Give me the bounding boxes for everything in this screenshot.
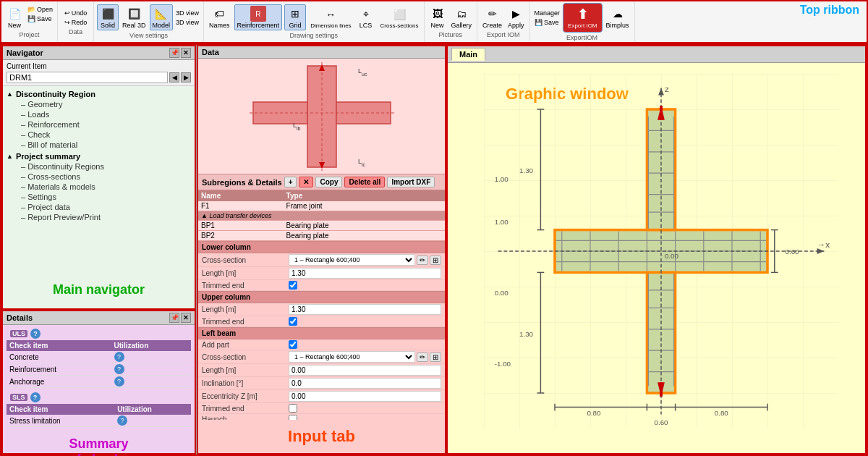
cs-left-select[interactable]: 1 – Rectangle 600;400 [289,351,415,363]
sls-section: SLS ? [7,391,191,404]
graphic-panel-header: Main [448,46,865,63]
toolbar-btn-import-dxf[interactable]: Import DXF [387,177,435,187]
details-pin-btn[interactable]: 📌 [169,313,179,323]
ribbon-btn-lcs[interactable]: ⌖ LCS [356,5,376,30]
ribbon-btn-names[interactable]: 🏷 Names [207,5,232,30]
trimmed-upper-checkbox[interactable] [289,317,297,326]
length-upper-input[interactable] [289,304,441,315]
ribbon-btn-apply[interactable]: ▶ Apply [506,5,527,30]
ribbon-label-pictures: Pictures [439,31,463,38]
nav-section-discontinuity-header[interactable]: ▲ Discontinuity Region [7,89,191,99]
ribbon-btn-create[interactable]: ✏ Create [480,5,504,30]
tab-main[interactable]: Main [451,48,485,61]
haunch-left-checkbox[interactable] [289,415,297,420]
toolbar-btn-copy[interactable]: Copy [315,177,342,187]
svg-text:0.80: 0.80 [715,409,729,417]
navigator-pin-btn[interactable]: 📌 [169,48,179,58]
ribbon-btn-bimplus[interactable]: ☁ Bimplus [604,5,631,30]
trimmed-left-label: Trimmed end [202,405,289,413]
ribbon-btn-export-iom[interactable]: ⬆ Export IOM [563,3,602,33]
ribbon-btn-3dview2[interactable]: 3D view [174,18,200,27]
cross-section-more[interactable]: ⊞ [430,256,441,265]
uls-info-btn[interactable]: ? [30,329,41,339]
nav-item-settings[interactable]: – Settings [7,192,191,202]
table-row: Reinforcement ? [7,363,191,376]
cs-left-more[interactable]: ⊞ [430,352,441,362]
ribbon-btn-gallery[interactable]: 🗂 Gallery [449,5,475,30]
sls-info-btn[interactable]: ? [30,392,41,402]
reinf-info[interactable]: ? [114,364,124,374]
ribbon-btn-undo[interactable]: ↩ Undo [63,9,89,17]
nav-item-geometry[interactable]: – Geometry [7,99,191,109]
row-f1-name: F1 [198,201,284,211]
cross-section-label: Cross-section [202,256,289,264]
ribbon-btn-solid[interactable]: ⬛ Solid [97,4,119,30]
ribbon-btn-new-pic[interactable]: 🖼 New [427,5,448,30]
trimmed-lower-label: Trimmed end [202,282,289,290]
uls-reinforcement-util: ? [111,363,191,376]
ribbon-btn-new[interactable]: 📄 New [4,5,25,30]
nav-item-cross-sections[interactable]: – Cross-sections [7,172,191,182]
trimmed-lower-checkbox[interactable] [289,281,297,290]
svg-text:0.80: 0.80 [587,409,601,417]
concrete-info[interactable]: ? [114,352,124,362]
table-row[interactable]: BP1 Bearing plate [198,221,445,231]
svg-text:1.00: 1.00 [495,218,509,226]
ecc-left-input[interactable] [289,391,441,402]
incl-left-input[interactable] [289,378,441,389]
nav-item-report[interactable]: – Report Preview/Print [7,212,191,222]
cs-left-label: Cross-section [202,353,289,361]
current-item-next[interactable]: ▶ [181,72,191,83]
current-item-prev[interactable]: ◀ [169,72,179,83]
toolbar-btn-delete-all[interactable]: Delete all [344,177,385,187]
length-lower-label: Length [m] [202,269,289,277]
nav-item-bill[interactable]: – Bill of material [7,140,191,150]
current-item-input[interactable] [7,72,168,83]
ribbon-group-data: ↩ Undo ↪ Redo Data [58,1,94,42]
ribbon-btn-manager[interactable]: Manager [533,9,562,17]
table-row[interactable]: BP2 Bearing plate [198,231,445,241]
length-lower-input[interactable] [289,268,441,279]
table-row[interactable]: F1 Frame joint [198,201,445,211]
ribbon-btn-grid[interactable]: ⊞ Grid [284,4,306,30]
ribbon-btn-3dview1[interactable]: 3D view [174,9,200,17]
details-panel: Details 📌 ✕ ULS ? Check item Utilizatio [1,310,196,455]
nav-section-project-header[interactable]: ▲ Project summary [7,151,191,161]
add-left-checkbox[interactable] [289,340,297,349]
form-row-cs-left: Cross-section 1 – Rectangle 600;400 ✏ ⊞ [198,350,445,364]
toolbar-btn-add[interactable]: + [284,177,297,187]
svg-text:Luc: Luc [358,67,367,77]
nav-item-loads[interactable]: – Loads [7,109,191,119]
add-left-label: Add part [202,341,289,349]
nav-item-project-data[interactable]: – Project data [7,202,191,212]
cs-left-edit[interactable]: ✏ [417,352,428,362]
nav-item-disc-regions[interactable]: – Discontinuity Regions [7,161,191,172]
ribbon-btn-reinforcement[interactable]: R Reinforcement [234,4,283,30]
nav-section-project: ▲ Project summary – Discontinuity Region… [3,151,195,223]
cross-section-edit[interactable]: ✏ [417,256,428,265]
details-title: Details [7,313,33,322]
incl-left-label: Inclination [°] [202,379,289,387]
navigator-close-btn[interactable]: ✕ [181,48,191,58]
cross-section-select[interactable]: 1 – Rectangle 600;400 [289,254,415,266]
details-close-btn[interactable]: ✕ [181,313,191,323]
subregions-name-col: Name [198,190,284,201]
stress-info[interactable]: ? [117,415,127,426]
nav-item-materials[interactable]: – Materials & models [7,182,191,192]
toolbar-btn-delete[interactable]: ✕ [299,177,313,187]
nav-item-reinforcement[interactable]: – Reinforcement [7,119,191,130]
trimmed-left-checkbox[interactable] [289,404,297,413]
ribbon-btn-real3d[interactable]: 🔲 Real 3D [120,5,148,30]
anchor-info[interactable]: ? [114,376,124,387]
row-bp2-type: Bearing plate [284,231,445,241]
ribbon-btn-open[interactable]: 📂 Open [26,5,54,14]
uls-concrete-util: ? [111,351,191,363]
ribbon-btn-save-export[interactable]: 💾 Save [533,18,562,27]
ribbon-btn-save[interactable]: 💾 Save [26,14,54,23]
nav-item-check[interactable]: – Check [7,130,191,140]
ribbon-btn-model[interactable]: 📐 Model [150,4,174,30]
length-left-input[interactable] [289,365,441,376]
ribbon-btn-cross-sections[interactable]: ⬜ Cross-sections [378,6,421,30]
ribbon-btn-redo[interactable]: ↪ Redo [63,18,89,27]
ribbon-btn-dimension[interactable]: ↔ Dimension lines [308,6,353,30]
